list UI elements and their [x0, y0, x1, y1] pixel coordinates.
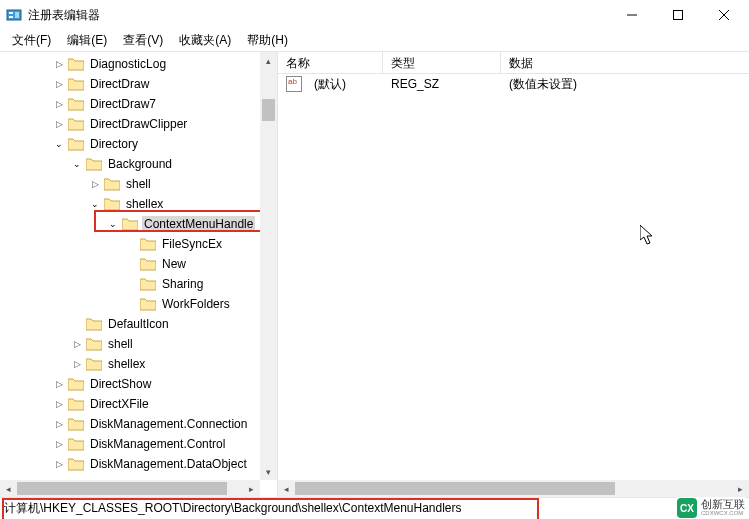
chevron-right-icon[interactable]: ▷: [52, 417, 66, 431]
folder-icon: [86, 357, 102, 371]
folder-icon: [122, 217, 138, 231]
scroll-left-icon[interactable]: ◂: [0, 480, 17, 497]
folder-icon: [68, 437, 84, 451]
folder-icon: [68, 397, 84, 411]
folder-icon: [68, 77, 84, 91]
svg-rect-2: [9, 16, 13, 18]
col-data[interactable]: 数据: [501, 52, 749, 73]
svg-rect-5: [674, 11, 683, 20]
chevron-down-icon[interactable]: ⌄: [70, 157, 84, 171]
tree-item[interactable]: DirectShow: [88, 376, 153, 392]
tree-item[interactable]: DirectXFile: [88, 396, 151, 412]
col-name[interactable]: 名称: [278, 52, 383, 73]
folder-icon: [68, 417, 84, 431]
maximize-button[interactable]: [655, 0, 701, 30]
chevron-right-icon[interactable]: ▷: [52, 377, 66, 391]
folder-icon: [86, 337, 102, 351]
tree-item[interactable]: DirectDraw: [88, 76, 151, 92]
tree-item[interactable]: DiagnosticLog: [88, 56, 168, 72]
chevron-right-icon[interactable]: ▷: [52, 117, 66, 131]
tree-item[interactable]: Directory: [88, 136, 140, 152]
window-buttons: [609, 0, 747, 30]
chevron-right-icon[interactable]: ▷: [52, 97, 66, 111]
chevron-right-icon[interactable]: ▷: [70, 357, 84, 371]
folder-icon: [140, 237, 156, 251]
chevron-down-icon[interactable]: ⌄: [52, 137, 66, 151]
svg-rect-1: [9, 12, 13, 14]
scrollbar-vertical[interactable]: ▴ ▾: [260, 52, 277, 480]
tree-item[interactable]: shellex: [124, 196, 165, 212]
scroll-left-icon[interactable]: ◂: [278, 480, 295, 497]
list-row[interactable]: (默认) REG_SZ (数值未设置): [278, 74, 749, 94]
chevron-right-icon[interactable]: ▷: [88, 177, 102, 191]
scroll-right-icon[interactable]: ▸: [732, 480, 749, 497]
menu-edit[interactable]: 编辑(E): [59, 30, 115, 51]
brand-logo-icon: CX: [677, 498, 697, 518]
tree-item[interactable]: Sharing: [160, 276, 205, 292]
cell-type: REG_SZ: [383, 77, 501, 91]
string-value-icon: [286, 76, 302, 92]
chevron-right-icon[interactable]: ▷: [52, 57, 66, 71]
chevron-right-icon[interactable]: ▷: [52, 397, 66, 411]
tree-item[interactable]: FileSyncEx: [160, 236, 224, 252]
tree-item[interactable]: shell: [106, 336, 135, 352]
tree-item[interactable]: DiskManagement.DataObject: [88, 456, 249, 472]
folder-icon: [140, 257, 156, 271]
chevron-right-icon[interactable]: ▷: [52, 77, 66, 91]
folder-icon: [140, 277, 156, 291]
scrollbar-horizontal[interactable]: ◂ ▸: [0, 480, 260, 497]
svg-rect-3: [15, 12, 19, 18]
tree-item[interactable]: DirectDrawClipper: [88, 116, 189, 132]
tree-item-selected[interactable]: ContextMenuHandle: [142, 216, 255, 232]
folder-icon: [86, 157, 102, 171]
folder-icon: [68, 97, 84, 111]
current-path: 计算机\HKEY_CLASSES_ROOT\Directory\Backgrou…: [4, 500, 462, 517]
tree-item[interactable]: WorkFolders: [160, 296, 232, 312]
menu-bar: 文件(F) 编辑(E) 查看(V) 收藏夹(A) 帮助(H): [0, 30, 749, 52]
registry-tree[interactable]: ▷DiagnosticLog ▷DirectDraw ▷DirectDraw7 …: [0, 52, 277, 474]
folder-icon: [104, 197, 120, 211]
chevron-down-icon[interactable]: ⌄: [88, 197, 102, 211]
scroll-down-icon[interactable]: ▾: [260, 463, 277, 480]
tree-item[interactable]: Background: [106, 156, 174, 172]
folder-icon: [68, 117, 84, 131]
minimize-button[interactable]: [609, 0, 655, 30]
window-title: 注册表编辑器: [28, 7, 609, 24]
tree-item[interactable]: DirectDraw7: [88, 96, 158, 112]
tree-item[interactable]: shell: [124, 176, 153, 192]
folder-icon: [68, 377, 84, 391]
brand-sub: CDXWCX.COM: [701, 510, 745, 517]
folder-icon: [68, 137, 84, 151]
cell-data: (数值未设置): [501, 76, 585, 93]
folder-icon: [140, 297, 156, 311]
chevron-right-icon[interactable]: ▷: [52, 457, 66, 471]
scrollbar-horizontal[interactable]: ◂ ▸: [278, 480, 749, 497]
scroll-right-icon[interactable]: ▸: [243, 480, 260, 497]
scroll-up-icon[interactable]: ▴: [260, 52, 277, 69]
menu-help[interactable]: 帮助(H): [239, 30, 296, 51]
title-bar: 注册表编辑器: [0, 0, 749, 30]
chevron-right-icon[interactable]: ▷: [52, 437, 66, 451]
folder-icon: [104, 177, 120, 191]
menu-view[interactable]: 查看(V): [115, 30, 171, 51]
cell-name: (默认): [306, 76, 383, 93]
regedit-icon: [6, 7, 22, 23]
folder-icon: [86, 317, 102, 331]
chevron-down-icon[interactable]: ⌄: [106, 217, 120, 231]
folder-icon: [68, 457, 84, 471]
menu-file[interactable]: 文件(F): [4, 30, 59, 51]
folder-icon: [68, 57, 84, 71]
tree-item[interactable]: New: [160, 256, 188, 272]
tree-item[interactable]: DiskManagement.Connection: [88, 416, 249, 432]
tree-item[interactable]: DiskManagement.Control: [88, 436, 227, 452]
tree-item[interactable]: DefaultIcon: [106, 316, 171, 332]
tree-item[interactable]: shellex: [106, 356, 147, 372]
address-bar[interactable]: 计算机\HKEY_CLASSES_ROOT\Directory\Backgrou…: [0, 497, 749, 519]
values-pane: 名称 类型 数据 (默认) REG_SZ (数值未设置) ◂ ▸: [278, 52, 749, 497]
menu-favorites[interactable]: 收藏夹(A): [171, 30, 239, 51]
brand-name: 创新互联: [701, 499, 745, 510]
main-area: ▷DiagnosticLog ▷DirectDraw ▷DirectDraw7 …: [0, 52, 749, 497]
chevron-right-icon[interactable]: ▷: [70, 337, 84, 351]
close-button[interactable]: [701, 0, 747, 30]
col-type[interactable]: 类型: [383, 52, 501, 73]
